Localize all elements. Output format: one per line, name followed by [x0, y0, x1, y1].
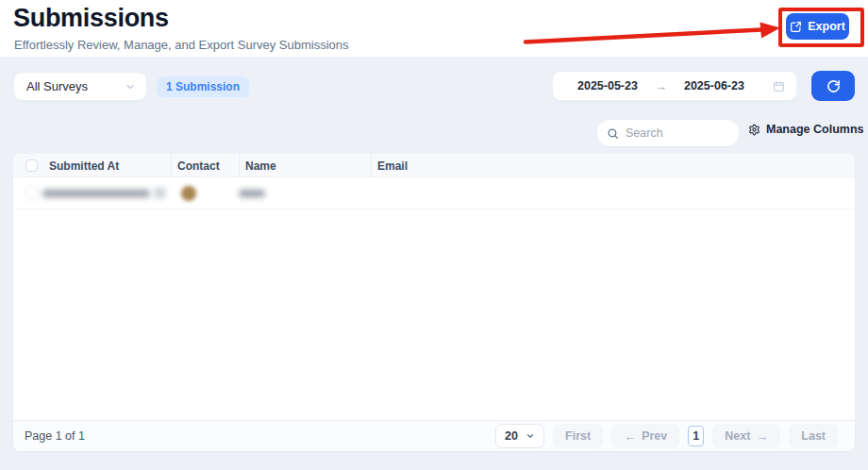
page-header: Submissions Effortlessly Review, Manage,… — [0, 0, 868, 57]
page-summary: Page 1 of 1 — [25, 429, 85, 443]
refresh-button[interactable] — [811, 71, 855, 101]
gear-icon — [748, 124, 760, 136]
table-header-row: Submitted At Contact Name Email — [13, 154, 855, 177]
date-range-picker[interactable]: 2025-05-23 → 2025-06-23 — [552, 71, 797, 101]
first-page-label: First — [565, 429, 591, 443]
column-divider — [239, 154, 240, 177]
survey-filter-value: All Surveys — [26, 79, 88, 93]
avatar — [181, 186, 196, 201]
table-footer: Page 1 of 1 20 First ← Prev 1 Next → Las… — [13, 420, 855, 451]
prev-page-label: Prev — [642, 429, 667, 443]
chevron-down-icon — [125, 81, 136, 92]
page-subtitle: Effortlessly Review, Manage, and Export … — [14, 38, 349, 52]
arrow-left-icon: ← — [624, 429, 636, 444]
calendar-icon — [773, 80, 785, 92]
date-to-value[interactable]: 2025-06-23 — [684, 79, 744, 92]
column-header-email: Email — [377, 159, 408, 173]
page-size-value: 20 — [505, 429, 518, 443]
search-box[interactable] — [597, 120, 739, 146]
page-size-select[interactable]: 20 — [495, 424, 544, 448]
survey-filter-select[interactable]: All Surveys — [13, 72, 147, 101]
first-page-button[interactable]: First — [553, 424, 603, 448]
submissions-table: Submitted At Contact Name Email Page 1 o… — [13, 154, 855, 451]
export-button[interactable]: Export — [786, 13, 849, 40]
blurred-copy-icon — [155, 188, 165, 198]
table-row[interactable] — [13, 177, 855, 210]
date-range-arrow-icon: → — [655, 79, 667, 93]
select-all-checkbox[interactable] — [25, 159, 38, 172]
manage-columns-label: Manage Columns — [766, 123, 864, 136]
next-page-label: Next — [725, 429, 750, 443]
page-title: Submissions — [13, 4, 169, 33]
row-checkbox[interactable] — [25, 187, 38, 199]
column-divider — [171, 154, 172, 177]
column-header-contact: Contact — [177, 159, 220, 173]
search-icon — [607, 127, 619, 140]
blurred-name-cell — [239, 190, 265, 197]
submission-count-badge: 1 Submission — [157, 76, 249, 97]
search-input[interactable] — [626, 126, 729, 140]
refresh-icon — [826, 79, 841, 93]
column-divider — [371, 154, 372, 177]
column-header-submitted-at: Submitted At — [49, 159, 119, 173]
last-page-label: Last — [801, 429, 826, 443]
prev-page-button[interactable]: ← Prev — [611, 424, 679, 448]
pagination-controls: 20 First ← Prev 1 Next → Last — [495, 424, 838, 448]
next-page-button[interactable]: Next → — [712, 424, 780, 448]
date-from-value[interactable]: 2025-05-23 — [577, 79, 638, 92]
last-page-button[interactable]: Last — [789, 424, 838, 448]
arrow-right-icon: → — [756, 429, 768, 444]
current-page-indicator[interactable]: 1 — [688, 426, 704, 446]
manage-columns-button[interactable]: Manage Columns — [748, 123, 864, 136]
export-button-label: Export — [808, 20, 845, 33]
export-icon — [790, 21, 802, 33]
column-header-name: Name — [245, 159, 276, 173]
chevron-down-icon — [526, 431, 535, 441]
blurred-submitted-at-cell — [42, 190, 150, 197]
